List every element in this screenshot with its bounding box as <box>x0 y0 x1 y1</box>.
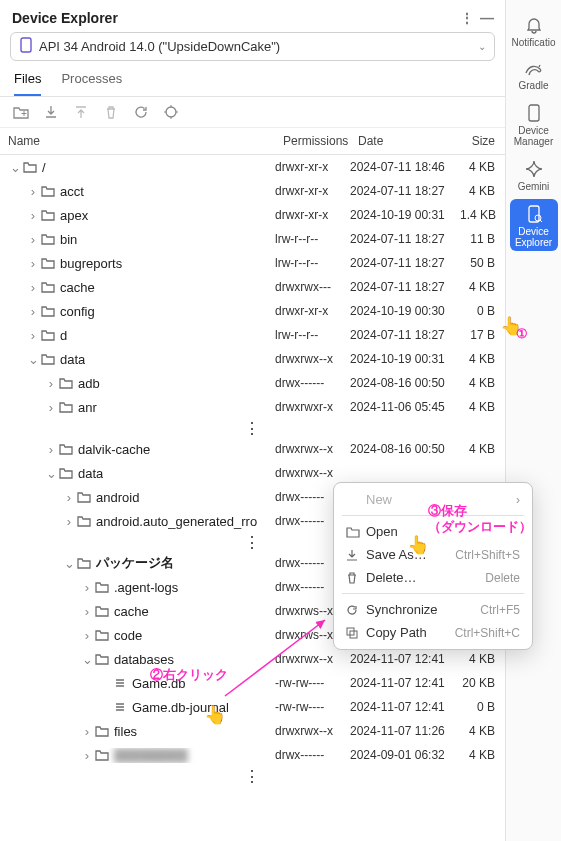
panel-more-icon[interactable]: ⋮ <box>457 10 477 26</box>
item-name: / <box>42 160 46 175</box>
tree-row[interactable]: ›████████drwx------2024-09-01 06:324 KB <box>0 743 505 767</box>
expand-toggle[interactable]: › <box>62 514 76 529</box>
item-date: 2024-07-11 18:27 <box>350 232 460 246</box>
ctx-delete[interactable]: Delete…Delete <box>334 566 532 589</box>
expand-toggle[interactable]: ⌄ <box>80 652 94 667</box>
upload-icon[interactable] <box>72 105 90 119</box>
new-folder-icon[interactable] <box>12 105 30 119</box>
tree-row[interactable]: ›filesdrwxrwx--x2024-11-07 11:264 KB <box>0 719 505 743</box>
item-name: apex <box>60 208 88 223</box>
tree-row[interactable]: ⌄databasesdrwxrwx--x2024-11-07 12:414 KB <box>0 647 505 671</box>
expand-toggle[interactable]: ⌄ <box>44 466 58 481</box>
ctx-copy-path[interactable]: Copy PathCtrl+Shift+C <box>334 621 532 644</box>
refresh-icon[interactable] <box>132 105 150 119</box>
tree-row[interactable]: ›cachedrwxrwx---2024-07-11 18:274 KB <box>0 275 505 299</box>
expand-toggle[interactable]: › <box>80 580 94 595</box>
sidebar-item-gradle[interactable]: Gradle <box>510 55 558 94</box>
expand-toggle[interactable]: › <box>44 376 58 391</box>
item-size: 4 KB <box>460 184 505 198</box>
item-name: files <box>114 724 137 739</box>
expand-toggle[interactable]: › <box>80 748 94 763</box>
item-name: data <box>78 466 103 481</box>
tree-row[interactable]: ⌄/drwxr-xr-x2024-07-11 18:464 KB <box>0 155 505 179</box>
delete-icon[interactable] <box>102 105 120 119</box>
expand-toggle[interactable]: › <box>44 442 58 457</box>
item-name: adb <box>78 376 100 391</box>
folder-icon <box>40 353 56 365</box>
download-icon[interactable] <box>42 105 60 119</box>
item-name: ████████ <box>114 748 188 763</box>
expand-toggle[interactable]: ⌄ <box>62 556 76 571</box>
sidebar-item-notifications[interactable]: Notificatio <box>510 10 558 51</box>
tree-row[interactable]: ›apexdrwxr-xr-x2024-10-19 00:311.4 KB <box>0 203 505 227</box>
expand-toggle[interactable]: ⌄ <box>26 352 40 367</box>
tree-row[interactable]: Game.db-journal-rw-rw----2024-11-07 12:4… <box>0 695 505 719</box>
tree-row[interactable]: ›dlrw-r--r--2024-07-11 18:2717 B <box>0 323 505 347</box>
item-date: 2024-10-19 00:31 <box>350 352 460 366</box>
expand-toggle[interactable]: › <box>80 604 94 619</box>
ctx-save-as[interactable]: Save As…Ctrl+Shift+S <box>334 543 532 566</box>
item-perm: drwxrwx--- <box>275 280 350 294</box>
item-perm: drwxrwx--x <box>275 724 350 738</box>
item-size: 4 KB <box>460 376 505 390</box>
expand-toggle[interactable]: › <box>26 232 40 247</box>
download-icon <box>346 549 366 561</box>
expand-toggle[interactable]: › <box>80 628 94 643</box>
folder-icon <box>94 605 110 617</box>
device-selector[interactable]: API 34 Android 14.0 ("UpsideDownCake") ⌄ <box>10 32 495 61</box>
folder-icon <box>76 515 92 527</box>
folder-icon <box>58 401 74 413</box>
item-size: 4 KB <box>460 724 505 738</box>
target-icon[interactable] <box>162 105 180 119</box>
copy-icon <box>346 627 366 639</box>
folder-icon <box>58 377 74 389</box>
col-perm-header[interactable]: Permissions <box>275 128 350 154</box>
expand-toggle[interactable]: ⌄ <box>8 160 22 175</box>
expand-toggle[interactable]: › <box>62 490 76 505</box>
item-size: 0 B <box>460 304 505 318</box>
item-perm: drwxrwx--x <box>275 442 350 456</box>
expand-toggle[interactable]: › <box>26 328 40 343</box>
tree-row[interactable]: ⌄datadrwxrwx--x2024-10-19 00:314 KB <box>0 347 505 371</box>
item-perm: drwx------ <box>275 376 350 390</box>
item-size: 4 KB <box>460 652 505 666</box>
item-perm: drwxr-xr-x <box>275 304 350 318</box>
tab-files[interactable]: Files <box>14 71 41 96</box>
col-name-header[interactable]: Name <box>0 128 275 154</box>
tree-row[interactable]: ›acctdrwxr-xr-x2024-07-11 18:274 KB <box>0 179 505 203</box>
item-size: 4 KB <box>460 160 505 174</box>
tree-row[interactable]: Game.db-rw-rw----2024-11-07 12:4120 KB <box>0 671 505 695</box>
sidebar-item-device-manager[interactable]: Device Manager <box>510 98 558 150</box>
expand-toggle[interactable]: › <box>80 724 94 739</box>
item-name: bin <box>60 232 77 247</box>
expand-toggle[interactable]: › <box>26 208 40 223</box>
expand-toggle[interactable]: › <box>26 184 40 199</box>
tab-processes[interactable]: Processes <box>61 71 122 96</box>
sidebar-item-gemini[interactable]: Gemini <box>510 154 558 195</box>
item-perm: drwxrwx--x <box>275 652 350 666</box>
tree-row[interactable]: ›adbdrwx------2024-08-16 00:504 KB <box>0 371 505 395</box>
expand-toggle[interactable]: › <box>26 304 40 319</box>
col-date-header[interactable]: Date <box>350 128 460 154</box>
item-name: config <box>60 304 95 319</box>
ctx-synchronize[interactable]: SynchronizeCtrl+F5 <box>334 598 532 621</box>
col-size-header[interactable]: Size <box>460 128 505 154</box>
svg-point-1 <box>166 107 176 117</box>
expand-toggle[interactable]: › <box>44 400 58 415</box>
expand-toggle[interactable]: › <box>26 280 40 295</box>
tree-row[interactable]: ›bugreportslrw-r--r--2024-07-11 18:2750 … <box>0 251 505 275</box>
tree-row[interactable]: ›anrdrwxrwxr-x2024-11-06 05:454 KB <box>0 395 505 419</box>
folder-icon <box>40 305 56 317</box>
item-size: 4 KB <box>460 400 505 414</box>
panel-title: Device Explorer <box>12 10 118 26</box>
tree-row[interactable]: ›configdrwxr-xr-x2024-10-19 00:300 B <box>0 299 505 323</box>
file-icon <box>112 701 128 713</box>
tree-row[interactable]: ›binlrw-r--r--2024-07-11 18:2711 B <box>0 227 505 251</box>
tree-row[interactable]: ›dalvik-cachedrwxrwx--x2024-08-16 00:504… <box>0 437 505 461</box>
item-date: 2024-07-11 18:46 <box>350 160 460 174</box>
panel-minimize-icon[interactable]: — <box>477 10 497 26</box>
sidebar-item-device-explorer[interactable]: Device Explorer <box>510 199 558 251</box>
folder-icon <box>94 749 110 761</box>
expand-toggle[interactable]: › <box>26 256 40 271</box>
svg-rect-2 <box>529 105 539 121</box>
